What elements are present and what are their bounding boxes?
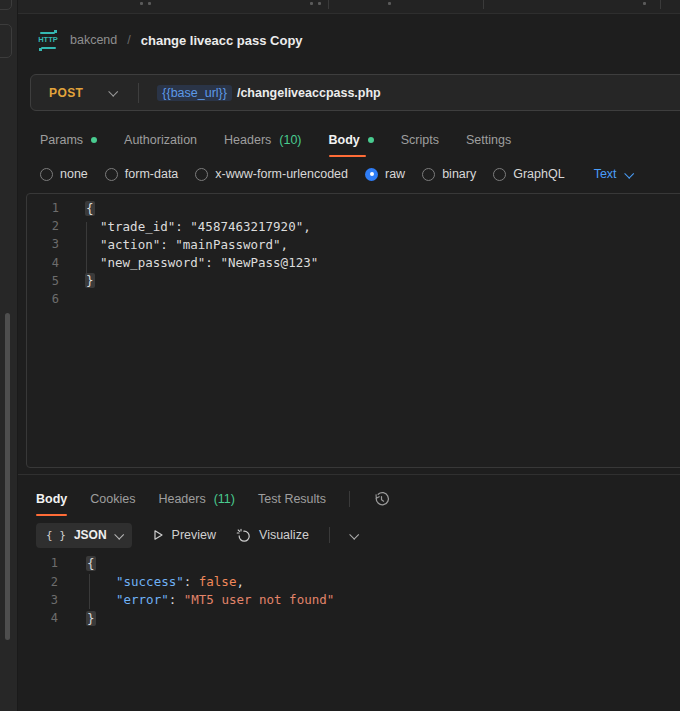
- body-type-binary-label: binary: [442, 167, 476, 181]
- json-braces-icon: { }: [46, 529, 66, 542]
- body-type-urlencoded[interactable]: x-www-form-urlencoded: [195, 167, 348, 181]
- tab-authorization[interactable]: Authorization: [124, 127, 197, 153]
- code-text: }: [86, 611, 96, 626]
- body-type-row: none form-data x-www-form-urlencoded raw…: [40, 162, 632, 186]
- response-tab-body[interactable]: Body: [36, 486, 67, 512]
- body-type-none-label: none: [60, 167, 88, 181]
- sidebar-edge: [0, 0, 18, 711]
- tab-settings[interactable]: Settings: [466, 127, 511, 153]
- response-tab-test-results[interactable]: Test Results: [258, 486, 326, 512]
- history-icon[interactable]: [373, 491, 390, 508]
- tab-body[interactable]: Body: [329, 127, 374, 153]
- json-key: "error": [116, 592, 169, 607]
- visualize-icon: [236, 528, 251, 543]
- radio-icon: [40, 168, 53, 181]
- tab-remnant-icon: [643, 2, 646, 5]
- body-type-urlencoded-label: x-www-form-urlencoded: [215, 167, 348, 181]
- tab-scripts-label: Scripts: [401, 133, 439, 147]
- line-number: 4: [27, 256, 59, 270]
- breadcrumb-separator: /: [127, 33, 130, 47]
- code-text: "trade_id": "4587463217920",: [85, 219, 311, 234]
- divider: [138, 83, 139, 103]
- code-line[interactable]: 2 "trade_id": "4587463217920",: [27, 217, 680, 235]
- sidebar-button-partial[interactable]: [0, 0, 12, 10]
- json-punct: :: [169, 592, 184, 607]
- breadcrumb-collection[interactable]: bakcend: [70, 33, 117, 47]
- response-tabs: Body Cookies Headers (11) Test Results: [36, 488, 390, 510]
- radio-icon: [195, 168, 208, 181]
- indent-guide: [89, 574, 90, 609]
- request-title[interactable]: change liveacc pass Copy: [141, 33, 303, 48]
- workspace-tab-bar: [18, 0, 680, 14]
- request-body-editor[interactable]: 1 { 2 "trade_id": "4587463217920", 3 "ac…: [26, 193, 680, 468]
- visualize-button[interactable]: Visualize: [236, 528, 309, 543]
- response-tab-test-results-label: Test Results: [258, 492, 326, 506]
- json-punct: ,: [236, 574, 244, 589]
- code-line: 4 }: [26, 609, 680, 627]
- raw-format-dropdown[interactable]: Text: [594, 167, 632, 181]
- body-type-form-data[interactable]: form-data: [105, 167, 179, 181]
- response-body-viewer[interactable]: 1 { 2 "success": false, 3 "error": "MT5 …: [26, 554, 680, 628]
- line-number: 1: [27, 201, 59, 215]
- line-number: 3: [26, 593, 58, 607]
- base-url-variable[interactable]: {{base_url}}: [157, 85, 232, 101]
- code-text: }: [85, 273, 95, 288]
- response-format-label: JSON: [74, 528, 107, 542]
- radio-selected-icon: [365, 168, 378, 181]
- response-tab-body-label: Body: [36, 492, 67, 506]
- tab-authorization-label: Authorization: [124, 133, 197, 147]
- chevron-down-icon: [114, 529, 124, 539]
- code-line[interactable]: 4 "new_password": "NewPass@123": [27, 254, 680, 272]
- preview-label: Preview: [172, 528, 216, 542]
- code-line[interactable]: 6: [27, 290, 680, 308]
- tab-remnant-icon: [140, 2, 143, 5]
- tab-params-label: Params: [40, 133, 83, 147]
- line-number: 4: [26, 611, 58, 625]
- response-tab-headers[interactable]: Headers (11): [158, 486, 235, 512]
- tab-separator: [483, 0, 484, 9]
- tab-separator: [660, 0, 661, 9]
- body-type-binary[interactable]: binary: [422, 167, 476, 181]
- divider: [349, 491, 350, 507]
- response-format-dropdown[interactable]: { } JSON: [36, 523, 132, 548]
- params-dot-badge: [91, 137, 97, 143]
- tab-remnant-icon: [388, 2, 391, 5]
- radio-icon: [422, 168, 435, 181]
- line-number: 1: [26, 556, 58, 570]
- preview-button[interactable]: Preview: [152, 528, 216, 542]
- play-icon: [152, 529, 164, 541]
- chevron-down-icon[interactable]: [109, 87, 119, 97]
- response-tab-headers-label: Headers: [158, 492, 205, 506]
- sidebar-button-partial[interactable]: [0, 24, 12, 58]
- body-type-form-data-label: form-data: [125, 167, 179, 181]
- code-line: 3 "error": "MT5 user not found": [26, 591, 680, 609]
- code-line[interactable]: 5 }: [27, 272, 680, 290]
- code-line[interactable]: 1 {: [27, 199, 680, 217]
- code-line: 1 {: [26, 554, 680, 572]
- tab-remnant-icon: [148, 2, 151, 5]
- code-text: {: [86, 556, 96, 571]
- response-tab-cookies[interactable]: Cookies: [90, 486, 135, 512]
- line-number: 2: [26, 575, 58, 589]
- request-tabs: Params Authorization Headers (10) Body S…: [40, 127, 511, 153]
- json-key: "success": [116, 574, 184, 589]
- body-type-raw[interactable]: raw: [365, 167, 405, 181]
- tab-headers[interactable]: Headers (10): [224, 127, 301, 153]
- response-toolbar: { } JSON Preview Visualize: [36, 522, 357, 548]
- line-number: 3: [27, 237, 59, 251]
- code-line[interactable]: 3 "action": "mainPassword",: [27, 235, 680, 253]
- json-boolean-value: false: [199, 574, 237, 589]
- code-line: 2 "success": false,: [26, 572, 680, 590]
- response-divider: [18, 474, 680, 475]
- body-dot-badge: [368, 137, 374, 143]
- body-type-none[interactable]: none: [40, 167, 88, 181]
- tab-scripts[interactable]: Scripts: [401, 127, 439, 153]
- tab-params[interactable]: Params: [40, 127, 97, 153]
- body-type-graphql[interactable]: GraphQL: [493, 167, 564, 181]
- vertical-scrollbar-thumb[interactable]: [5, 313, 10, 640]
- method-selector[interactable]: POST: [49, 86, 83, 100]
- url-path-input[interactable]: /changeliveaccpass.php: [237, 86, 381, 100]
- divider: [329, 527, 330, 543]
- response-headers-count-badge: (11): [214, 492, 235, 506]
- tab-body-label: Body: [329, 133, 360, 147]
